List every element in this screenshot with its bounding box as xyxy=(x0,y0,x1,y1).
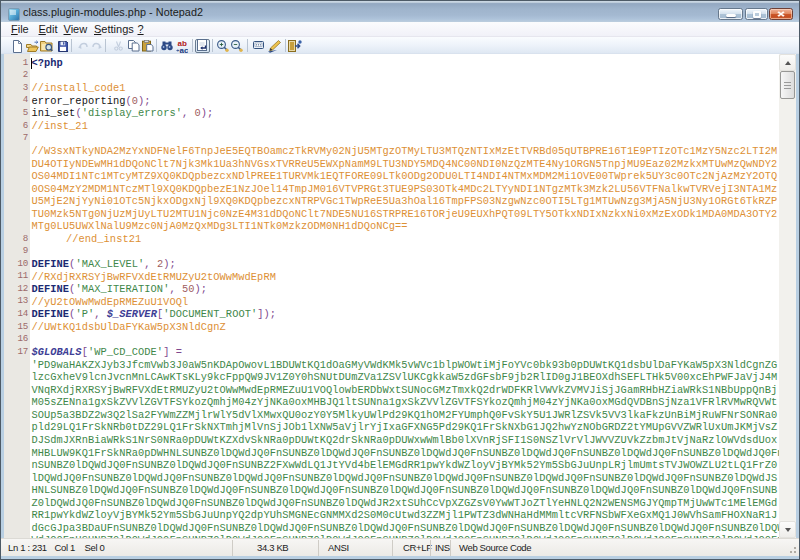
svg-text:ac: ac xyxy=(180,46,189,54)
